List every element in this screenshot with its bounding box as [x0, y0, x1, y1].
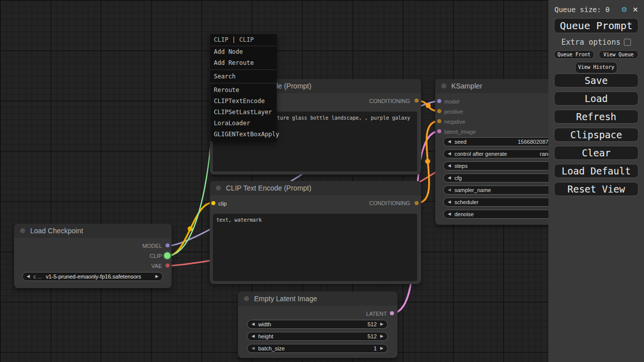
clipspace-button[interactable]: Clipspace: [554, 128, 638, 142]
conditioning-output-dot[interactable]: [415, 99, 419, 103]
conditioning-output-dot[interactable]: [415, 201, 419, 205]
node-collapse-dot[interactable]: [216, 186, 221, 191]
menu-item-loraloader[interactable]: LoraLoader: [210, 118, 277, 129]
decrement-arrow-icon[interactable]: ◀: [448, 188, 451, 192]
decrement-arrow-icon[interactable]: ◀: [448, 164, 451, 168]
wire-positive-midpoint-dot: [426, 103, 431, 108]
model-input-dot[interactable]: [437, 99, 441, 103]
menu-item-search[interactable]: Search: [210, 71, 277, 82]
node-titlebar[interactable]: Load Checkpoint: [14, 224, 172, 238]
latent-output-label: LATENT: [366, 311, 387, 317]
height-widget[interactable]: ◀ height 512 ▶: [247, 332, 388, 341]
node-titlebar[interactable]: CLIP Text Encode (Prompt): [210, 181, 421, 195]
model-output-label: MODEL: [142, 243, 162, 249]
widget-value: v1-5-pruned-emaonly-fp16.safetensors: [46, 274, 141, 280]
decrement-arrow-icon[interactable]: ◀: [448, 200, 451, 204]
increment-arrow-icon[interactable]: ▶: [380, 322, 383, 326]
queue-front-button[interactable]: Queue Front: [554, 50, 594, 59]
menu-item-add-node[interactable]: Add Node: [210, 46, 277, 57]
node-load-checkpoint[interactable]: Load Checkpoint MODEL CLIP VAE ◀ c ... v…: [14, 224, 172, 288]
menu-separator: [210, 69, 277, 70]
close-icon[interactable]: ✕: [633, 5, 638, 14]
node-collapse-dot[interactable]: [244, 296, 249, 301]
clip-output-dot-dragging[interactable]: [164, 252, 171, 259]
menu-item-cliptextencode[interactable]: CLIPTextEncode: [210, 96, 277, 107]
node-collapse-dot[interactable]: [441, 83, 446, 88]
view-history-button[interactable]: View History: [575, 62, 617, 73]
node-titlebar[interactable]: Empty Latent Image: [238, 292, 397, 306]
extra-options-checkbox[interactable]: [624, 39, 631, 46]
wire-negative-midpoint-dot: [425, 159, 430, 164]
menu-item-gligentextboxapply[interactable]: GLIGENTextBoxApply: [210, 129, 277, 140]
decrement-arrow-icon[interactable]: ◀: [252, 322, 255, 326]
latent-image-input-dot[interactable]: [437, 129, 441, 133]
vae-output-label: VAE: [151, 263, 162, 269]
positive-input-dot[interactable]: [437, 109, 441, 113]
widget-name: c ...: [33, 274, 42, 280]
ckpt-name-widget[interactable]: ◀ c ... v1-5-pruned-emaonly-fp16.safeten…: [22, 272, 163, 281]
decrement-arrow-icon[interactable]: ◀: [448, 140, 451, 144]
node-title: KSampler: [451, 82, 482, 90]
settings-gear-icon[interactable]: ⚙: [622, 5, 627, 14]
link-release-context-menu: CLIP | CLIP Add Node Add Reroute Search …: [210, 34, 277, 141]
increment-arrow-icon[interactable]: ▶: [380, 334, 383, 338]
decrement-arrow-icon[interactable]: ◀: [27, 275, 30, 279]
context-menu-title: CLIP | CLIP: [210, 34, 277, 46]
decrement-arrow-icon[interactable]: ◀: [252, 334, 255, 338]
widget-name: sampler_name: [454, 187, 491, 193]
widget-name: steps: [454, 163, 467, 169]
comfyui-app: CLIP Text Encode (Prompt) CONDITIONING b…: [0, 0, 644, 362]
node-title: CLIP Text Encode (Prompt): [226, 184, 311, 192]
negative-input-dot[interactable]: [437, 119, 441, 123]
widget-value: 1566802087: [518, 139, 548, 145]
widget-name: seed: [454, 139, 466, 145]
model-input-label: model: [444, 99, 459, 105]
menu-item-reroute[interactable]: Reroute: [210, 84, 277, 96]
positive-input-label: positive: [444, 109, 463, 115]
node-title: Empty Latent Image: [254, 295, 317, 303]
clip-input-label: clip: [218, 201, 227, 207]
model-output-dot[interactable]: [166, 243, 170, 247]
decrement-arrow-icon[interactable]: ◀: [448, 152, 451, 156]
increment-arrow-icon[interactable]: ▶: [155, 275, 158, 279]
menu-item-clipsetlastlayer[interactable]: CLIPSetLastLayer: [210, 107, 277, 118]
decrement-arrow-icon[interactable]: ◀: [448, 176, 451, 180]
conditioning-output-label: CONDITIONING: [369, 98, 410, 104]
node-collapse-dot[interactable]: [20, 228, 25, 233]
widget-name: height: [258, 333, 273, 339]
vae-output-dot[interactable]: [166, 263, 170, 267]
clear-button[interactable]: Clear: [554, 146, 638, 160]
batch-size-widget[interactable]: ◀ batch_size 1 ▶: [247, 344, 388, 353]
queue-prompt-button[interactable]: Queue Prompt: [554, 18, 638, 33]
conditioning-output-label: CONDITIONING: [369, 200, 410, 206]
increment-arrow-icon[interactable]: ▶: [380, 346, 383, 350]
clip-input-dot[interactable]: [211, 201, 215, 205]
widget-name: batch_size: [258, 345, 285, 351]
queue-sidebar: Queue size: 0 ⚙ ✕ Queue Prompt Extra opt…: [548, 0, 644, 362]
wire-drag-clip: [168, 137, 211, 256]
load-button[interactable]: Load: [554, 92, 638, 106]
latent-output-dot[interactable]: [390, 311, 394, 315]
save-button[interactable]: Save: [554, 73, 638, 87]
latent-image-input-label: latent_image: [444, 129, 476, 135]
load-default-button[interactable]: Load Default: [554, 164, 638, 178]
node-clip-text-encode-negative[interactable]: CLIP Text Encode (Prompt) clip CONDITION…: [210, 181, 421, 284]
node-title: Load Checkpoint: [30, 227, 83, 235]
negative-input-label: negative: [444, 119, 465, 125]
widget-value: 1: [374, 345, 377, 351]
reset-view-button[interactable]: Reset View: [554, 182, 638, 196]
refresh-button[interactable]: Refresh: [554, 110, 638, 124]
extra-options-label: Extra options: [561, 38, 620, 47]
decrement-arrow-icon[interactable]: ◀: [448, 212, 451, 216]
widget-name: cfg: [454, 175, 462, 181]
node-empty-latent-image[interactable]: Empty Latent Image LATENT ◀ width 512 ▶ …: [238, 292, 397, 358]
widget-name: control after generate: [454, 151, 507, 157]
decrement-arrow-icon[interactable]: ◀: [252, 346, 255, 350]
widget-value: 512: [367, 321, 376, 327]
view-queue-button[interactable]: View Queue: [599, 50, 639, 59]
clip-output-label: CLIP: [150, 253, 162, 259]
negative-prompt-textarea[interactable]: text, watermark: [213, 214, 417, 281]
menu-item-add-reroute[interactable]: Add Reroute: [210, 57, 277, 68]
widget-value: 512: [367, 333, 376, 339]
width-widget[interactable]: ◀ width 512 ▶: [247, 320, 388, 329]
